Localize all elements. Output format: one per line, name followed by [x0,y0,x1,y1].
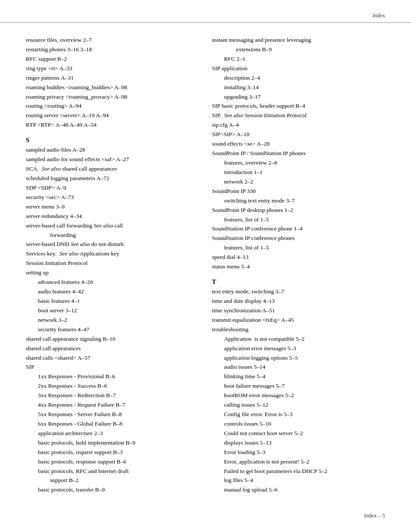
list-item: 1xx Responses - Provisional B–6 [26,372,199,381]
list-item: 3xx Responses - Redirection B–7 [26,391,199,400]
list-item: boot failure messages 5–7 [212,382,385,391]
list-item: description 2–4 [212,74,385,83]
list-item: basic protocols, hold implementation B–9 [26,439,199,448]
list-item: support B–2 [26,476,199,485]
page-header: Index [0,0,411,23]
content-area: resource files, overview 2–7 restarting … [0,23,411,512]
list-item: ringer patterns A–31 [26,74,199,83]
list-item: displays issues 5–13 [212,439,385,448]
list-item: controls issues 5–10 [212,420,385,429]
list-item: SIP<SIP> A–10 [212,130,385,139]
list-item: routing server <server> A–19 A–94 [26,111,199,120]
list-item: 6xx Responses - Global Failure B–8 [26,420,199,429]
section-heading-t: T [212,278,385,286]
list-item: network 3–2 [26,316,199,325]
list-item: Application is not compatible 5–2 [212,335,385,344]
list-item: status menu 5–4 [212,262,385,271]
right-column: instant messaging and presence leveragin… [212,36,385,495]
list-item: restarting phones 3–16 3–18 [26,45,199,54]
list-item: SoundPoint IP desktop phones 1–2 [212,206,385,215]
list-item: SIP application [212,64,385,73]
list-item: log files 5–4 [212,476,385,485]
list-item: transmit equalization <txEq> A–45 [212,316,385,325]
list-item: SDP <SDP> A–9 [26,184,199,193]
list-item: security features 4–47 [26,325,199,334]
list-item: server redundancy 4–34 [26,212,199,221]
list-item: basic protocols, transfer B–9 [26,485,199,495]
list-item: features, list of 1–5 [212,243,385,252]
list-item: basic features 4–1 [26,297,199,306]
list-item: application error messages 5–3 [212,344,385,353]
list-item: troubleshooting [212,325,385,334]
list-item: Session Initiation Protocol [26,259,199,268]
left-column: resource files, overview 2–7 restarting … [26,36,199,495]
list-item: resource files, overview 2–7 [26,36,199,45]
list-item: introduction 1–1 [212,168,385,177]
page-footer: Index – 5 [364,512,385,519]
list-item: manual log upload 5–6 [212,485,385,495]
list-item: routing <routing> A–94 [26,102,199,111]
list-item: shared call appearances [26,344,199,353]
page: Index resource files, overview 2–7 resta… [0,0,411,532]
list-item: SoundStation IP conference phone 1–4 [212,224,385,233]
list-item: speed dial 4–13 [212,253,385,262]
list-item: installing 3–14 [212,83,385,92]
list-item: boot server 3–12 [26,306,199,315]
list-item: application logging options 5–5 [212,354,385,363]
list-item: text entry mode, switching 3–7 [212,287,385,296]
list-item: basic protocols, response support B–6 [26,457,199,467]
section-heading-s: S [26,137,199,144]
list-item: SoundPoint IP 330 [212,187,385,196]
list-item: setting up [26,268,199,277]
list-item: switching text entry mode 3–7 [212,196,385,205]
list-item: server menu 3–9 [26,202,199,212]
list-item: roaming buddies <roaming_buddies> A–98 [26,83,199,92]
list-item: sampled audio files A–28 [26,146,199,155]
list-item: time and date display 4–13 [212,297,385,306]
list-item: sound effects <se> A–28 [212,140,385,149]
list-item: server-based DND See also do not disturb [26,240,199,249]
list-item: audio issues 5–14 [212,363,385,372]
list-item: SIP basic protocols, header support B–4 [212,102,385,111]
list-item: 4xx Responses - Request Failure B–7 [26,401,199,410]
list-item: Could not contact boot server 5–2 [212,429,385,438]
list-item: upgrading 3–17 [212,93,385,102]
list-item: time synchronization A–51 [212,306,385,315]
list-item: roaming privacy <roaming_provacy> A–98 [26,93,199,102]
list-item: Error loading 5–3 [212,448,385,457]
header-title: Index [372,12,385,19]
list-item: shared calls <shared> A–57 [26,354,199,363]
list-item: bootROM error messages 5–2 [212,391,385,400]
list-item: sip.cfg A–4 [212,121,385,130]
list-item: features, list of 1–5 [212,215,385,224]
list-item: server-based call forwarding See also ca… [26,221,199,230]
list-item: features, overview 2–8 [212,159,385,168]
list-item: 2xx Responses - Success B–6 [26,382,199,391]
list-item: SoundPoint IP / SoundStation IP phones [212,149,385,158]
list-item: SIP [26,363,199,372]
list-item: advanced features 4–20 [26,278,199,287]
list-item: Failed to get boot parameters via DHCP 5… [212,467,385,476]
list-item: application architecture 2–3 [26,429,199,438]
list-item: RFC support B–2 [26,55,199,64]
list-item: Config file error. Error is 5–3 [212,410,385,419]
list-item: calling issues 5–12 [212,401,385,410]
list-item: basic protocols, request support B–3 [26,448,199,457]
list-item: basic protocols, RFC and Internet draft [26,467,199,476]
list-item: security <sec> A–73 [26,193,199,202]
list-item: RTP <RTP> A–48 A–49 A–54 [26,121,199,130]
list-item: audio features 4–42 [26,287,199,296]
list-item: forwarding [26,231,199,240]
list-item: ring type <rt> A–33 [26,64,199,73]
list-item: instant messaging and presence leveragin… [212,36,385,45]
list-item: scheduled logging parameters A–72 [26,174,199,183]
list-item: 5xx Responses - Server Failure B–8 [26,410,199,419]
list-item: sampled audio for sound effects <saf> A–… [26,155,199,164]
list-item: network 2–2 [212,177,385,187]
list-item: SCA. See also shared call appearances [26,165,199,174]
list-item: SIP. See also Session Initiation Protoco… [212,111,385,120]
list-item: Services key. See also Applications key [26,249,199,258]
list-item: RFC 2–1 [212,55,385,64]
list-item: SoundStation IP conference phones [212,234,385,243]
list-item: extensions B–9 [212,45,385,54]
